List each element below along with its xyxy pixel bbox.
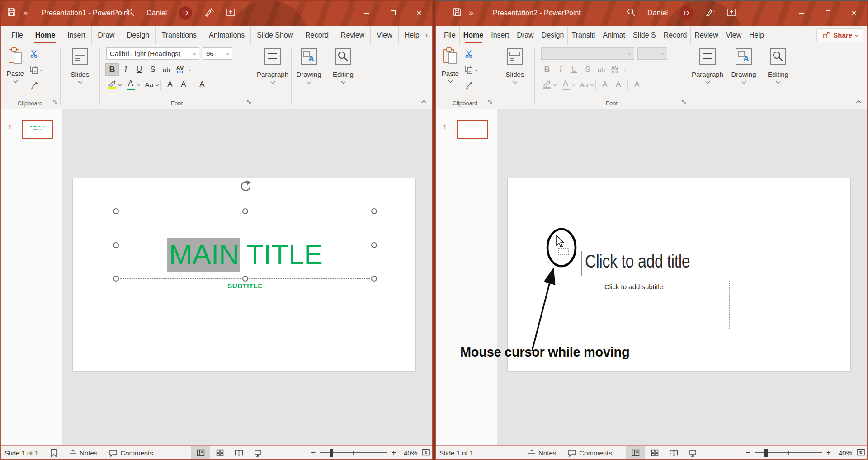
tab-draw[interactable]: Draw bbox=[91, 26, 120, 44]
customize-qat-icon[interactable]: » bbox=[23, 8, 28, 18]
user-name[interactable]: Daniel bbox=[647, 9, 668, 17]
tab-file[interactable]: File bbox=[5, 26, 29, 44]
format-painter-button[interactable] bbox=[30, 80, 42, 90]
titlebar[interactable]: » Presentation2 - PowerPoint Daniel D × bbox=[435, 0, 868, 26]
paragraph-button[interactable]: Paragraph bbox=[689, 47, 726, 83]
resize-handle[interactable] bbox=[113, 208, 119, 214]
font-color-button[interactable]: A bbox=[124, 78, 137, 91]
italic-button[interactable]: I bbox=[119, 63, 132, 76]
reading-view-button[interactable] bbox=[229, 446, 248, 460]
reading-view-button[interactable] bbox=[664, 446, 683, 460]
chevron-down-icon[interactable] bbox=[118, 83, 122, 86]
highlight-color-button[interactable] bbox=[105, 78, 119, 91]
tab-slide-show[interactable]: Slide Show bbox=[250, 26, 299, 44]
fit-to-window-icon[interactable] bbox=[421, 448, 430, 458]
resize-handle[interactable] bbox=[371, 208, 377, 214]
resize-handle[interactable] bbox=[242, 276, 248, 282]
search-icon[interactable] bbox=[126, 8, 135, 19]
pen-sparkle-icon[interactable] bbox=[204, 7, 214, 19]
tab-animations[interactable]: Animations bbox=[203, 26, 250, 44]
close-button[interactable]: × bbox=[406, 0, 432, 26]
slides-button[interactable]: Slides bbox=[61, 47, 99, 83]
drawing-button[interactable]: A Drawing bbox=[292, 47, 326, 83]
tab-home[interactable]: Home bbox=[29, 26, 61, 44]
accessibility-button[interactable] bbox=[50, 449, 57, 457]
chevron-down-icon[interactable] bbox=[156, 83, 159, 86]
zoom-level[interactable]: 40% bbox=[835, 449, 852, 457]
fit-to-window-icon[interactable] bbox=[856, 448, 865, 458]
tab-review[interactable]: Review bbox=[335, 26, 370, 44]
zoom-out-button[interactable]: − bbox=[311, 448, 316, 457]
title-placeholder-text[interactable]: Click to add title bbox=[585, 249, 690, 273]
thumbnail-panel[interactable]: 1 bbox=[435, 109, 497, 445]
tab-animations[interactable]: Animat bbox=[599, 26, 629, 44]
bold-button[interactable]: B bbox=[105, 63, 119, 76]
cut-button[interactable] bbox=[465, 49, 477, 59]
tab-help[interactable]: Help bbox=[398, 26, 425, 44]
slides-button[interactable]: Slides bbox=[495, 47, 534, 83]
save-icon[interactable] bbox=[453, 8, 462, 18]
slide-subtitle-text[interactable]: SUBTITLE bbox=[116, 282, 374, 290]
zoom-slider-thumb[interactable] bbox=[330, 449, 333, 457]
notes-button[interactable]: Notes bbox=[69, 449, 97, 457]
avatar[interactable]: D bbox=[179, 6, 192, 20]
slide-sorter-view-button[interactable] bbox=[210, 446, 229, 460]
slide-thumbnail[interactable] bbox=[457, 120, 488, 139]
clipboard-dialog-launcher-icon[interactable] bbox=[488, 98, 493, 106]
paste-button[interactable]: Paste bbox=[438, 47, 463, 82]
collapse-ribbon-icon[interactable] bbox=[856, 97, 862, 105]
tabs-overflow-icon[interactable]: › bbox=[425, 31, 428, 40]
close-button[interactable]: × bbox=[841, 0, 867, 26]
maximize-button[interactable] bbox=[815, 0, 841, 26]
slide-editor[interactable]: Click to add title Click to add subtitle bbox=[507, 178, 851, 372]
title-rest-text[interactable]: TITLE bbox=[246, 239, 323, 270]
tab-slide-show[interactable]: Slide S bbox=[629, 26, 660, 44]
pen-sparkle-icon[interactable] bbox=[705, 7, 715, 19]
underline-button[interactable]: U bbox=[132, 63, 146, 76]
comments-button[interactable]: Comments bbox=[109, 449, 153, 457]
chevron-down-icon[interactable] bbox=[137, 83, 140, 86]
editing-button[interactable]: Editing bbox=[326, 47, 360, 83]
tab-record[interactable]: Record bbox=[660, 26, 691, 44]
zoom-slider-thumb[interactable] bbox=[764, 449, 768, 457]
cut-button[interactable] bbox=[30, 49, 42, 59]
chevron-down-icon[interactable] bbox=[188, 68, 191, 71]
user-name[interactable]: Daniel bbox=[146, 9, 167, 17]
customize-qat-icon[interactable]: » bbox=[469, 8, 473, 18]
tab-transitions[interactable]: Transiti bbox=[567, 26, 599, 44]
tab-draw[interactable]: Draw bbox=[513, 26, 537, 44]
zoom-slider[interactable] bbox=[755, 452, 822, 453]
resize-handle[interactable] bbox=[371, 276, 377, 282]
rotate-handle-icon[interactable] bbox=[239, 180, 251, 194]
slide-sorter-view-button[interactable] bbox=[645, 446, 664, 460]
tab-insert[interactable]: Insert bbox=[61, 26, 91, 44]
font-dialog-launcher-icon[interactable] bbox=[681, 98, 686, 106]
text-shadow-button[interactable]: S bbox=[146, 63, 160, 76]
subtitle-placeholder-text[interactable]: Click to add subtitle bbox=[538, 283, 730, 291]
slide-thumbnail[interactable]: MAIN TITLE SUBTITLE bbox=[22, 120, 53, 139]
slide-editor[interactable]: MAINTITLE SUBTITLE bbox=[72, 178, 416, 372]
normal-view-button[interactable] bbox=[626, 446, 645, 460]
shrink-font-button[interactable]: A bbox=[177, 78, 190, 91]
change-case-button[interactable]: Aa bbox=[142, 78, 156, 91]
present-window-icon[interactable] bbox=[726, 8, 736, 19]
zoom-slider[interactable] bbox=[320, 452, 387, 453]
selected-text[interactable]: MAIN bbox=[167, 238, 240, 272]
editing-button[interactable]: Editing bbox=[761, 47, 795, 83]
font-name-combo[interactable]: Calibri Light (Headings) bbox=[106, 47, 199, 60]
strikethrough-button[interactable]: ab bbox=[160, 63, 173, 76]
minimize-button[interactable] bbox=[788, 0, 815, 26]
slideshow-view-button[interactable] bbox=[248, 446, 267, 460]
minimize-button[interactable] bbox=[354, 0, 380, 26]
comments-button[interactable]: Comments bbox=[568, 449, 612, 457]
copy-button[interactable] bbox=[465, 65, 477, 75]
share-button[interactable]: Share bbox=[816, 28, 863, 42]
present-window-icon[interactable] bbox=[226, 8, 236, 19]
maximize-button[interactable] bbox=[380, 0, 406, 26]
zoom-in-button[interactable]: + bbox=[392, 448, 396, 457]
notes-button[interactable]: Notes bbox=[528, 449, 556, 457]
copy-button[interactable] bbox=[30, 65, 42, 75]
zoom-level[interactable]: 40% bbox=[400, 449, 417, 457]
zoom-out-button[interactable]: − bbox=[746, 448, 750, 457]
drawing-button[interactable]: A Drawing bbox=[726, 47, 761, 83]
